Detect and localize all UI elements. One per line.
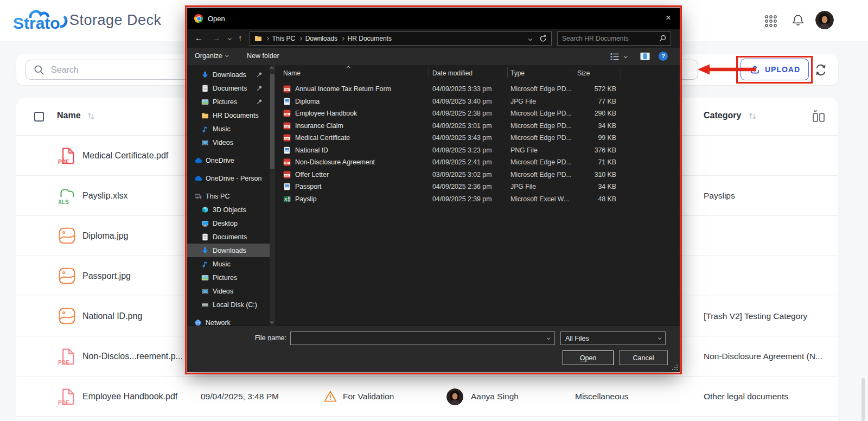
dialog-column-type[interactable]: Type	[510, 69, 525, 77]
dialog-file-row[interactable]: Payslip04/09/2025 2:39 pm Microsoft Exce…	[275, 193, 680, 206]
sidebar-item-downloads-quick[interactable]: Downloads	[187, 68, 270, 81]
breadcrumb-this-pc[interactable]: This PC	[272, 35, 296, 42]
sidebar-item-videos-quick[interactable]: Videos	[187, 136, 270, 149]
scroll-down-icon[interactable]	[270, 320, 273, 323]
cancel-button[interactable]: Cancel	[619, 350, 668, 365]
open-button[interactable]: Open	[563, 350, 614, 365]
file-type-select[interactable]: All Files	[560, 331, 666, 345]
pictures-icon	[201, 274, 209, 282]
dialog-file-row[interactable]: Offer Letter03/09/2025 3:02 pm Microsoft…	[275, 169, 680, 181]
dialog-file-row[interactable]: Non-Disclosure Agreement04/09/2025 2:41 …	[275, 156, 680, 169]
column-header-category[interactable]: Category	[704, 111, 741, 120]
sidebar-item-onedrive-personal[interactable]: OneDrive - Person	[187, 171, 270, 185]
close-icon[interactable]: ×	[666, 12, 671, 23]
dialog-toolbar: Organize New folder ?	[187, 48, 680, 65]
file-group: Miscellaneous	[575, 377, 628, 417]
sort-icon-name[interactable]	[87, 112, 95, 120]
column-separator[interactable]	[621, 67, 621, 78]
dialog-file-row[interactable]: Passport04/09/2025 2:36 pm JPG File34 KB	[275, 181, 680, 193]
breadcrumb-chevron-icon	[265, 37, 269, 40]
sidebar-item-3d-objects[interactable]: 3D Objects	[187, 203, 270, 216]
breadcrumb-downloads[interactable]: Downloads	[305, 35, 337, 42]
sidebar-item-documents[interactable]: Documents	[187, 230, 270, 244]
breadcrumb-hr-documents[interactable]: HR Documents	[348, 35, 392, 42]
sidebar-item-music-quick[interactable]: Music	[187, 122, 270, 136]
resize-grip[interactable]	[672, 365, 678, 370]
sidebar-item-music[interactable]: Music	[187, 257, 270, 271]
dialog-column-name[interactable]: Name	[283, 69, 301, 77]
dialog-column-date-modified[interactable]: Date modified	[432, 69, 473, 77]
dialog-search-box[interactable]	[557, 31, 671, 46]
desktop-icon	[201, 220, 209, 227]
column-separator[interactable]	[507, 67, 508, 78]
scrollbar-thumb[interactable]	[270, 74, 275, 169]
up-icon[interactable]: ↑	[238, 33, 242, 42]
pin-icon	[257, 99, 263, 105]
apps-grid-icon[interactable]	[764, 14, 778, 28]
page: PDF XLS	[0, 0, 868, 421]
sidebar-item-this-pc[interactable]: This PC	[187, 189, 270, 203]
warning-icon	[323, 390, 337, 404]
column-settings-icon[interactable]	[812, 109, 826, 123]
dialog-file-row[interactable]: Insurance Claim04/09/2025 3:01 pm Micros…	[275, 120, 680, 132]
dialog-column-size[interactable]: Size	[577, 69, 590, 77]
column-header-name[interactable]: Name	[57, 111, 81, 120]
download-icon	[201, 247, 209, 254]
pdf-file-icon	[283, 122, 291, 130]
pdf-file-icon	[283, 158, 291, 166]
cloud-icon	[194, 157, 202, 164]
user-avatar[interactable]	[815, 11, 834, 29]
file-name: Passport.jpg	[82, 256, 131, 296]
file-name: Diploma.jpg	[82, 216, 128, 256]
sidebar-item-pictures[interactable]: Pictures	[187, 271, 270, 284]
recent-locations-chevron-icon[interactable]	[228, 36, 231, 40]
dialog-sidebar: Downloads Documents Pictures HR Document…	[187, 65, 270, 326]
dialog-file-row[interactable]: Employee Handbook04/09/2025 2:38 pm Micr…	[275, 107, 680, 120]
back-icon[interactable]: ←	[195, 33, 203, 42]
refresh-sync-icon[interactable]	[814, 63, 828, 77]
sidebar-item-documents-quick[interactable]: Documents	[187, 81, 270, 95]
address-refresh-icon[interactable]	[539, 35, 547, 42]
dialog-file-row[interactable]: National ID04/09/2025 3:23 pm PNG File37…	[275, 144, 680, 157]
cloud-icon	[194, 175, 202, 182]
view-options-chevron-icon[interactable]	[624, 54, 627, 58]
pdf-file-icon	[58, 347, 76, 365]
sidebar-scrollbar[interactable]	[270, 65, 275, 326]
sort-icon-category[interactable]	[748, 112, 757, 120]
dialog-navbar: ← → ↑ This PC Downloads HR Documents	[187, 29, 680, 48]
new-folder-button[interactable]: New folder	[247, 52, 279, 60]
sidebar-item-onedrive[interactable]: OneDrive	[187, 154, 270, 167]
file-name-input[interactable]	[290, 331, 555, 345]
sidebar-item-desktop[interactable]: Desktop	[187, 216, 270, 230]
sidebar-item-local-disk[interactable]: Local Disk (C:)	[187, 298, 270, 311]
select-all-checkbox[interactable]	[34, 112, 44, 122]
upload-button-label: UPLOAD	[765, 65, 800, 74]
image-file-icon	[283, 98, 291, 105]
upload-button[interactable]: UPLOAD	[741, 59, 809, 80]
address-bar[interactable]: This PC Downloads HR Documents	[250, 31, 552, 46]
image-file-icon	[58, 227, 76, 245]
help-icon[interactable]: ?	[659, 52, 668, 61]
table-row[interactable]: Employee Handbook.pdf 09/04/2025, 3:48 P…	[16, 377, 838, 417]
sidebar-item-hr-documents[interactable]: HR Documents	[187, 109, 270, 122]
address-dropdown-chevron-icon[interactable]	[528, 37, 532, 40]
sidebar-item-downloads[interactable]: Downloads	[187, 244, 270, 257]
notifications-bell-icon[interactable]	[791, 14, 805, 28]
column-separator[interactable]	[571, 67, 571, 78]
scroll-up-icon[interactable]	[270, 67, 273, 71]
sidebar-item-videos[interactable]: Videos	[187, 284, 270, 298]
dialog-file-row[interactable]: Annual Income Tax Return Form04/09/2025 …	[275, 83, 680, 95]
organize-menu[interactable]: Organize	[195, 52, 228, 60]
forward-icon[interactable]: →	[212, 33, 220, 42]
details-view-icon[interactable]	[609, 51, 620, 62]
sidebar-item-pictures-quick[interactable]: Pictures	[187, 95, 270, 109]
preview-pane-icon[interactable]	[640, 51, 650, 62]
dialog-file-row[interactable]: Medical Certificate04/09/2025 3:43 pm Mi…	[275, 132, 680, 144]
dialog-body: Downloads Documents Pictures HR Document…	[187, 65, 680, 326]
column-separator[interactable]	[429, 67, 429, 78]
document-icon	[201, 233, 209, 241]
page-scrollbar-thumb[interactable]	[861, 378, 865, 421]
dialog-file-row[interactable]: Diploma04/09/2025 3:40 pm JPG File77 KB	[275, 95, 680, 108]
dialog-titlebar[interactable]: Open ×	[187, 8, 680, 29]
dialog-search-input[interactable]	[562, 35, 659, 42]
